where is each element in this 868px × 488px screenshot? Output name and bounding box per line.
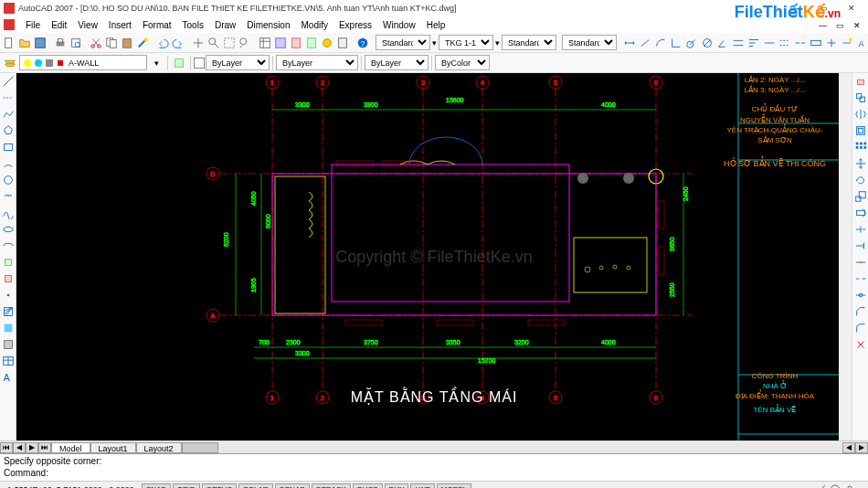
toggle-lwt[interactable]: LWT — [410, 483, 434, 488]
tab-prev[interactable]: ◀ — [13, 442, 26, 453]
zoom-previous-button[interactable] — [238, 35, 252, 51]
open-button[interactable] — [17, 35, 32, 51]
dim-edit-button[interactable] — [840, 35, 854, 51]
dimstyle-picker[interactable]: ▾ — [494, 35, 501, 51]
dim-angular-button[interactable] — [715, 35, 730, 51]
toggle-ducs[interactable]: DUCS — [353, 483, 383, 488]
fillet-tool[interactable] — [853, 321, 868, 335]
command-window[interactable]: Specify opposite corner: Command: — [0, 453, 868, 481]
rectangle-tool[interactable] — [1, 140, 16, 154]
rotate-tool[interactable] — [853, 173, 868, 187]
stretch-tool[interactable] — [853, 206, 868, 220]
toggle-polar[interactable]: POLAR — [238, 483, 272, 488]
tablestyle-combo[interactable]: Standard — [502, 35, 556, 50]
redo-button[interactable] — [171, 35, 185, 51]
textstyle-picker[interactable]: ▾ — [431, 35, 438, 51]
move-tool[interactable] — [853, 156, 868, 171]
region-tool[interactable] — [1, 337, 16, 352]
menu-modify[interactable]: Modify — [296, 20, 333, 30]
tolerance-button[interactable] — [809, 35, 823, 51]
hscroll-right[interactable]: ▶ — [855, 442, 868, 453]
plot-preview-button[interactable] — [69, 35, 83, 51]
design-center-button[interactable] — [273, 35, 288, 51]
array-tool[interactable] — [853, 140, 868, 154]
zoom-window-button[interactable] — [222, 35, 237, 51]
offset-tool[interactable] — [853, 123, 868, 138]
scale-tool[interactable] — [853, 189, 868, 204]
new-button[interactable] — [2, 35, 16, 51]
match-properties-button[interactable] — [135, 35, 150, 51]
menu-express[interactable]: Express — [333, 20, 377, 30]
lineweight-combo[interactable]: ByLayer — [365, 55, 429, 70]
markup-button[interactable] — [320, 35, 334, 51]
menu-view[interactable]: View — [72, 20, 103, 30]
layer-combo[interactable]: A-WALL — [19, 55, 147, 70]
tab-next[interactable]: ▶ — [26, 442, 38, 453]
circle-tool[interactable] — [1, 173, 16, 187]
line-tool[interactable] — [1, 74, 16, 89]
polygon-tool[interactable] — [1, 123, 16, 138]
break-tool[interactable] — [853, 271, 868, 286]
menu-insert[interactable]: Insert — [103, 20, 137, 30]
cut-button[interactable] — [89, 35, 103, 51]
point-tool[interactable] — [1, 288, 16, 302]
tab-last[interactable]: ⏭ — [38, 442, 51, 453]
explode-tool[interactable] — [853, 337, 868, 352]
dim-radius-button[interactable] — [684, 35, 699, 51]
save-button[interactable] — [33, 35, 48, 51]
gradient-tool[interactable] — [1, 321, 16, 335]
center-mark-button[interactable] — [824, 35, 839, 51]
close-button[interactable]: ✕ — [839, 4, 864, 13]
properties-button[interactable] — [258, 35, 272, 51]
lock-icon[interactable] — [843, 483, 856, 489]
spline-tool[interactable] — [1, 206, 16, 220]
drawing-canvas[interactable]: 1 2 3 4 5 6 1 2 3 4 5 6 B A — [16, 73, 852, 440]
extend-tool[interactable] — [853, 239, 868, 253]
tab-layout2[interactable]: Layout2 — [136, 442, 182, 453]
mtext-tool[interactable]: A — [1, 370, 16, 385]
toggle-otrack[interactable]: OTRACK — [312, 483, 351, 488]
toggle-snap[interactable]: SNAP — [142, 483, 171, 488]
tab-first[interactable]: ⏮ — [0, 442, 13, 453]
tab-model[interactable]: Model — [51, 442, 90, 453]
toggle-grid[interactable]: GRID — [173, 483, 200, 488]
break-at-point-tool[interactable] — [853, 255, 868, 270]
mirror-tool[interactable] — [853, 107, 868, 122]
vertical-scrollbar[interactable] — [839, 73, 852, 440]
hscroll-left[interactable]: ◀ — [842, 442, 855, 453]
menu-format[interactable]: Format — [137, 20, 177, 30]
dim-aligned-button[interactable] — [638, 35, 652, 51]
dim-diameter-button[interactable] — [700, 35, 715, 51]
dim-space-button[interactable] — [778, 35, 792, 51]
color-combo[interactable]: ByLayer — [206, 55, 270, 70]
toggle-osnap[interactable]: OSNAP — [275, 483, 310, 488]
toggle-dyn[interactable]: DYN — [385, 483, 409, 488]
join-tool[interactable] — [853, 288, 868, 302]
coordinates-display[interactable]: 1.3334E+06, 5.7131.0000 , 0.0000 — [2, 485, 140, 489]
mdi-close[interactable]: ✕ — [850, 21, 864, 30]
zoom-button[interactable] — [206, 35, 221, 51]
mdi-minimize[interactable]: — — [815, 21, 830, 30]
hatch-tool[interactable] — [1, 304, 16, 319]
textstyle-combo[interactable]: Standard — [376, 35, 430, 50]
menu-draw[interactable]: Draw — [209, 20, 241, 30]
menu-window[interactable]: Window — [377, 20, 421, 30]
annotation-scale-icon[interactable] — [814, 483, 827, 489]
trim-tool[interactable] — [853, 222, 868, 237]
mdi-restore[interactable]: ▭ — [832, 21, 847, 30]
tab-layout1[interactable]: Layout1 — [90, 442, 136, 453]
insert-block-tool[interactable] — [1, 255, 16, 270]
sheet-set-button[interactable] — [304, 35, 319, 51]
dim-break-button[interactable] — [793, 35, 808, 51]
paste-button[interactable] — [120, 35, 134, 51]
construction-line-tool[interactable] — [1, 90, 16, 105]
hscroll-track[interactable] — [182, 442, 842, 453]
copy-tool[interactable] — [853, 90, 868, 105]
erase-tool[interactable] — [853, 74, 868, 89]
dim-text-edit-button[interactable]: A — [855, 35, 868, 51]
copy-button[interactable] — [104, 35, 119, 51]
dimstyle-combo[interactable]: TKG 1-1 — [439, 35, 493, 50]
mleaderstyle-combo[interactable]: Standard — [562, 35, 617, 50]
ellipse-tool[interactable] — [1, 222, 16, 237]
help-button[interactable]: ? — [355, 35, 370, 51]
